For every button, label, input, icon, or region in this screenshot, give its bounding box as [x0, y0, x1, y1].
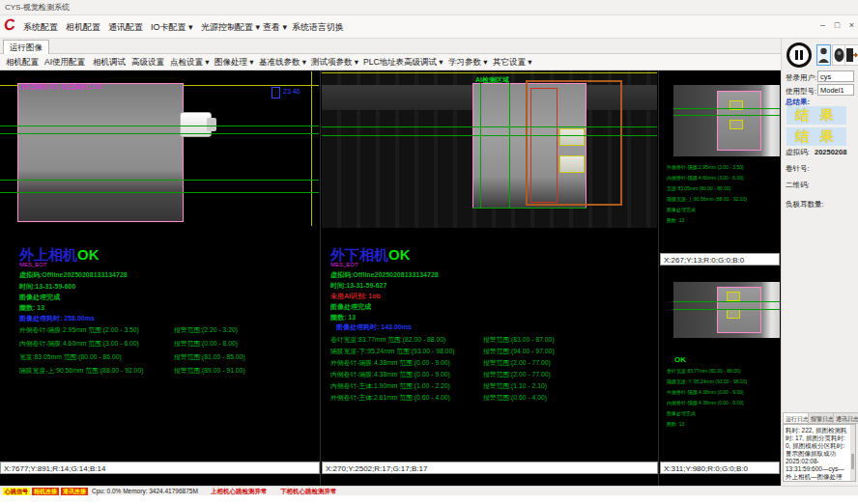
exit-button[interactable]: [844, 44, 858, 66]
log-tab-comm[interactable]: 通讯日志: [833, 412, 858, 424]
measurement-row: 内侧卷针-隔膜:4.60mm 范围:(3.00 - 6.00): [19, 339, 139, 349]
tab-cell-1: [559, 128, 585, 146]
menu-comm-config[interactable]: 通讯配置: [108, 15, 143, 39]
result-badge-1: 结 果: [786, 106, 846, 125]
left-camera-sub-status: MES_EOT: [19, 262, 47, 267]
middle-camera-ok-status: OK: [388, 246, 411, 263]
tab-count-label: 负极耳数量:: [786, 200, 824, 210]
log-text-area[interactable]: 耗时: 222, 抓图检测耗时: 17, 抓图分页耗时: 0, 抓图模板分区耗时…: [783, 424, 856, 482]
pause-button[interactable]: [786, 42, 812, 68]
model-select[interactable]: Model1: [817, 84, 854, 96]
alarm-range: 报警范围:(2.00 - 77.00): [483, 358, 551, 368]
heartbeat-badge: 心跳信号: [3, 488, 30, 495]
thumb-top-coordinate-bar: X:267;Y:13;R:0;G:0;B:0: [660, 253, 780, 266]
measurement-row: 外侧卷针-隔膜:2.95mm 范围:(2.00 - 3.50): [19, 325, 139, 335]
model-label: 使用型号:: [786, 87, 816, 97]
needle-number-label: 卷针号:: [786, 164, 810, 174]
roi-red-box: [530, 88, 558, 203]
menu-camera-config[interactable]: 相机配置: [66, 15, 100, 39]
menu-bar: C 系统配置 相机配置 通讯配置 IO卡配置 ▾ 光源控制配置 ▾ 查看 ▾ 系…: [0, 15, 858, 39]
blue-marker-box: [272, 87, 280, 98]
user-icon: [817, 45, 830, 65]
tool-advanced-set[interactable]: 高级设置: [131, 54, 164, 70]
tool-ai-config[interactable]: AI使用配置: [44, 54, 85, 70]
middle-camera-sub-status: MES_EOT: [330, 262, 358, 267]
alarm-range: 报警范围:(2.00 - 77.00): [483, 370, 551, 379]
yellow-marker-box: [727, 292, 740, 301]
user-login-button[interactable]: [816, 44, 831, 66]
tool-adv-debug[interactable]: 高级调试 ▾: [404, 54, 443, 70]
measurement-row: 宽度:83.05mm 范围:(80.00 - 86.00): [19, 352, 122, 362]
tool-baseline-params[interactable]: 基准线参数 ▾: [259, 54, 306, 70]
left-coordinate-bar: X:7677;Y:891;R:14;G:14;B:14: [0, 462, 320, 474]
menu-light-config[interactable]: 光源控制配置 ▾: [201, 15, 260, 39]
result-badge-2: 结 果: [786, 127, 846, 146]
middle-process-done-line: 图像处理完成: [330, 302, 371, 312]
log-scrollbar[interactable]: [850, 425, 855, 481]
virtual-code-value: 20250208: [815, 148, 846, 156]
alarm-range: 报警范围:(0.60 - 4.00): [483, 393, 547, 403]
middle-process-time-line: 图像处理耗时: 143.00ms: [336, 322, 412, 332]
left-camera-image[interactable]: [17, 83, 184, 222]
virtual-code-label: 虚拟码:: [786, 148, 810, 157]
middle-coordinate-bar: X:270;Y:2502;R:17;G:17;B:17: [322, 462, 658, 474]
ai-region-label: AI检测区域: [475, 75, 509, 85]
threshold-overlay-label: 静态阈值:93, 动态阈值:100: [21, 82, 101, 92]
app-logo-icon: C: [3, 15, 16, 34]
upper-camera-alert: 上相机心跳检测异常: [211, 488, 268, 495]
camera-conn-badge: 相机连接: [32, 488, 59, 495]
left-camera-ok-status: OK: [77, 246, 100, 263]
tool-plc-table[interactable]: PLC地址表: [363, 54, 404, 70]
lower-camera-alert: 下相机心跳检测异常: [280, 488, 337, 495]
comm-conn-badge: 通讯连接: [61, 488, 88, 495]
menu-io-config[interactable]: IO卡配置 ▾: [151, 15, 193, 39]
tool-learn-params[interactable]: 学习参数 ▾: [448, 54, 488, 70]
close-button[interactable]: ×: [845, 19, 858, 32]
tab-cell-2: [559, 155, 585, 173]
tab-strip: 运行图像: [0, 39, 781, 54]
alarm-range: 报警范围:(89.00 - 91.00): [174, 366, 245, 376]
login-user-field[interactable]: cys: [817, 70, 854, 82]
alarm-range: 报警范围:(83.00 - 87.00): [483, 335, 555, 345]
alarm-range: 报警范围:(81.00 - 85.00): [174, 352, 245, 362]
maximize-button[interactable]: □: [831, 19, 844, 32]
measurement-row: 外侧卷针-主体:2.61mm 范围:(0.60 - 4.00): [330, 393, 450, 403]
cpu-memory-text: Cpu: 0.0% Memory: 3424.41796875M: [92, 488, 198, 495]
toolbar: 相机配置 AI使用配置 相机调试 高级设置 点检设置 ▾ 图像处理 ▾ 基准线参…: [0, 54, 781, 70]
tool-image-process[interactable]: 图像处理 ▾: [214, 54, 254, 70]
middle-ai-line: 未用AI识别: 1ob: [330, 292, 381, 301]
tab-run-image[interactable]: 运行图像: [3, 40, 49, 54]
menu-system-config[interactable]: 系统配置: [23, 15, 58, 39]
tool-test-params[interactable]: 测试项参数 ▾: [311, 54, 358, 70]
menu-view[interactable]: 查看 ▾: [263, 15, 287, 39]
title-bar: CYS-视觉检测系统: [0, 0, 858, 15]
tool-camera-config[interactable]: 相机配置: [6, 54, 39, 70]
measurement-row: 隔膜宽度-上:90.56mm 范围:(88.00 - 92.00): [19, 366, 143, 376]
measurement-row: 隔膜宽度-下:95.24mm 范围:(93.00 - 98.00): [330, 347, 454, 356]
middle-turns-line: 圈数: 13: [330, 313, 356, 322]
exit-door-icon: [845, 45, 858, 65]
status-bar: 心跳信号 相机连接 通讯连接 Cpu: 0.0% Memory: 3424.41…: [0, 486, 858, 495]
measurement-row: 内侧卷针-主体:1.90mm 范围:(1.00 - 2.20): [330, 381, 450, 391]
tool-other-settings[interactable]: 其它设置 ▾: [493, 54, 532, 70]
measurement-row: 外侧卷针-隔膜:4.38mm 范围:(0.00 - 9.00): [330, 358, 450, 368]
pause-icon: [795, 50, 798, 60]
yellow-marker-box: [727, 309, 740, 319]
tool-spot-check[interactable]: 点检设置 ▾: [170, 54, 210, 70]
alarm-range: 报警范围:(0.00 - 8.00): [174, 339, 238, 349]
app-window: CYS-视觉检测系统 C 系统配置 相机配置 通讯配置 IO卡配置 ▾ 光源控制…: [0, 0, 858, 504]
menu-language-switch[interactable]: 系统语言切换: [292, 15, 344, 39]
minimize-button[interactable]: –: [816, 19, 829, 32]
blue-marker-value: 23.46: [283, 88, 300, 95]
measurement-row: 卷针宽度:83.77mm 范围:(82.00 - 88.00): [330, 335, 445, 345]
middle-virtual-code-line: 虚拟码:Offline20250208133134728: [330, 270, 439, 280]
alarm-range: 报警范围:(2.20 - 3.20): [174, 325, 238, 335]
left-turns-line: 圈数: 13: [19, 303, 44, 313]
yellow-marker-box: [729, 120, 743, 129]
left-process-time-line: 图像处理耗时: 258.00ms: [19, 314, 95, 323]
left-virtual-code-line: 虚拟码:Offline20250208133134728: [19, 270, 128, 280]
thumb-bottom-ok-status: OK: [674, 355, 686, 364]
measurement-row: 内侧卷针-隔膜:4.38mm 范围:(0.00 - 9.00): [330, 370, 450, 379]
tool-camera-debug[interactable]: 相机调试: [93, 54, 126, 70]
alarm-range: 报警范围:(94.00 - 97.00): [483, 347, 555, 356]
